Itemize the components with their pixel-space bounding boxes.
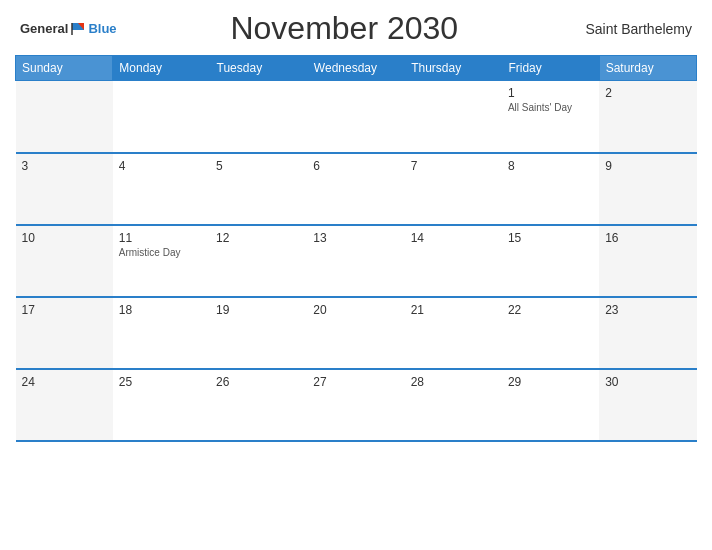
weekday-header-thursday: Thursday [405,56,502,81]
calendar-header: General Blue November 2030 Saint Barthel… [15,10,697,47]
calendar-cell: 7 [405,153,502,225]
calendar-title: November 2030 [117,10,572,47]
day-number: 12 [216,231,301,245]
day-number: 5 [216,159,301,173]
day-number: 2 [605,86,690,100]
day-number: 22 [508,303,593,317]
event-label: All Saints' Day [508,102,593,113]
calendar-cell: 28 [405,369,502,441]
event-label: Armistice Day [119,247,204,258]
calendar-cell [16,81,113,153]
calendar-container: General Blue November 2030 Saint Barthel… [0,0,712,550]
calendar-cell: 16 [599,225,696,297]
day-number: 13 [313,231,398,245]
day-number: 20 [313,303,398,317]
day-number: 10 [22,231,107,245]
calendar-cell: 30 [599,369,696,441]
calendar-cell: 25 [113,369,210,441]
calendar-cell: 18 [113,297,210,369]
calendar-cell: 23 [599,297,696,369]
calendar-cell: 15 [502,225,599,297]
calendar-cell: 21 [405,297,502,369]
day-number: 16 [605,231,690,245]
calendar-cell: 29 [502,369,599,441]
day-number: 1 [508,86,593,100]
calendar-cell: 24 [16,369,113,441]
calendar-cell: 9 [599,153,696,225]
day-number: 4 [119,159,204,173]
calendar-cell [113,81,210,153]
calendar-cell [405,81,502,153]
day-number: 27 [313,375,398,389]
calendar-cell: 8 [502,153,599,225]
day-number: 9 [605,159,690,173]
day-number: 25 [119,375,204,389]
calendar-cell: 19 [210,297,307,369]
weekday-header-monday: Monday [113,56,210,81]
day-number: 30 [605,375,690,389]
weekday-header-tuesday: Tuesday [210,56,307,81]
logo-blue-text: Blue [88,21,116,36]
day-number: 19 [216,303,301,317]
calendar-cell: 12 [210,225,307,297]
calendar-cell: 1All Saints' Day [502,81,599,153]
logo-flag-icon [69,20,87,38]
weekday-header-row: SundayMondayTuesdayWednesdayThursdayFrid… [16,56,697,81]
calendar-cell: 26 [210,369,307,441]
calendar-cell: 11Armistice Day [113,225,210,297]
calendar-cell: 10 [16,225,113,297]
calendar-cell: 3 [16,153,113,225]
day-number: 28 [411,375,496,389]
calendar-cell: 4 [113,153,210,225]
calendar-cell: 14 [405,225,502,297]
weekday-header-wednesday: Wednesday [307,56,404,81]
day-number: 7 [411,159,496,173]
weekday-header-saturday: Saturday [599,56,696,81]
calendar-cell [307,81,404,153]
day-number: 18 [119,303,204,317]
calendar-cell: 22 [502,297,599,369]
weekday-header-sunday: Sunday [16,56,113,81]
weekday-header-friday: Friday [502,56,599,81]
day-number: 24 [22,375,107,389]
calendar-cell: 13 [307,225,404,297]
day-number: 17 [22,303,107,317]
calendar-table: SundayMondayTuesdayWednesdayThursdayFrid… [15,55,697,442]
day-number: 29 [508,375,593,389]
day-number: 15 [508,231,593,245]
calendar-cell: 6 [307,153,404,225]
week-row-0: 1All Saints' Day2 [16,81,697,153]
calendar-cell: 5 [210,153,307,225]
week-row-3: 17181920212223 [16,297,697,369]
logo-general-text: General [20,21,68,36]
day-number: 14 [411,231,496,245]
day-number: 3 [22,159,107,173]
logo: General Blue [20,20,117,38]
calendar-cell: 20 [307,297,404,369]
day-number: 21 [411,303,496,317]
day-number: 8 [508,159,593,173]
calendar-cell [210,81,307,153]
day-number: 6 [313,159,398,173]
calendar-cell: 17 [16,297,113,369]
calendar-cell: 2 [599,81,696,153]
region-name: Saint Barthelemy [572,21,692,37]
calendar-cell: 27 [307,369,404,441]
day-number: 11 [119,231,204,245]
day-number: 26 [216,375,301,389]
day-number: 23 [605,303,690,317]
week-row-1: 3456789 [16,153,697,225]
week-row-2: 1011Armistice Day1213141516 [16,225,697,297]
week-row-4: 24252627282930 [16,369,697,441]
